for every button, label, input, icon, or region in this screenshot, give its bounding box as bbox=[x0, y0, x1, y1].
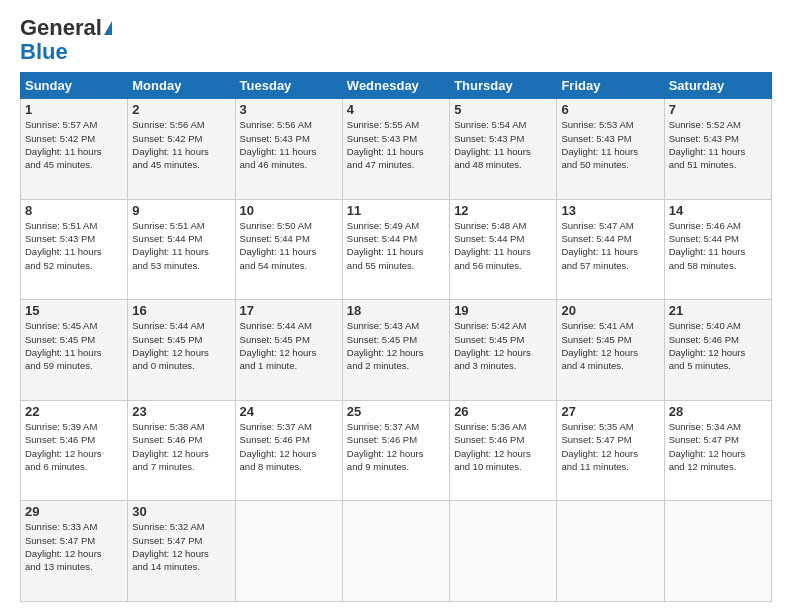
day-info: Sunrise: 5:44 AM Sunset: 5:45 PM Dayligh… bbox=[240, 319, 338, 372]
calendar-day-cell: 6Sunrise: 5:53 AM Sunset: 5:43 PM Daylig… bbox=[557, 99, 664, 200]
calendar-week-row: 22Sunrise: 5:39 AM Sunset: 5:46 PM Dayli… bbox=[21, 400, 772, 501]
calendar-day-cell: 25Sunrise: 5:37 AM Sunset: 5:46 PM Dayli… bbox=[342, 400, 449, 501]
calendar-day-cell: 10Sunrise: 5:50 AM Sunset: 5:44 PM Dayli… bbox=[235, 199, 342, 300]
calendar-day-cell bbox=[342, 501, 449, 602]
weekday-header: Saturday bbox=[664, 73, 771, 99]
calendar-day-cell: 27Sunrise: 5:35 AM Sunset: 5:47 PM Dayli… bbox=[557, 400, 664, 501]
day-number: 29 bbox=[25, 504, 123, 519]
weekday-header: Sunday bbox=[21, 73, 128, 99]
calendar-day-cell: 23Sunrise: 5:38 AM Sunset: 5:46 PM Dayli… bbox=[128, 400, 235, 501]
day-number: 25 bbox=[347, 404, 445, 419]
day-number: 17 bbox=[240, 303, 338, 318]
day-info: Sunrise: 5:32 AM Sunset: 5:47 PM Dayligh… bbox=[132, 520, 230, 573]
calendar-day-cell bbox=[235, 501, 342, 602]
logo-text: General bbox=[20, 16, 112, 40]
calendar-day-cell: 28Sunrise: 5:34 AM Sunset: 5:47 PM Dayli… bbox=[664, 400, 771, 501]
weekday-header: Wednesday bbox=[342, 73, 449, 99]
calendar-table: SundayMondayTuesdayWednesdayThursdayFrid… bbox=[20, 72, 772, 602]
day-number: 26 bbox=[454, 404, 552, 419]
day-number: 11 bbox=[347, 203, 445, 218]
day-number: 27 bbox=[561, 404, 659, 419]
day-info: Sunrise: 5:42 AM Sunset: 5:45 PM Dayligh… bbox=[454, 319, 552, 372]
calendar-day-cell: 14Sunrise: 5:46 AM Sunset: 5:44 PM Dayli… bbox=[664, 199, 771, 300]
day-number: 5 bbox=[454, 102, 552, 117]
calendar-header-row: SundayMondayTuesdayWednesdayThursdayFrid… bbox=[21, 73, 772, 99]
day-number: 21 bbox=[669, 303, 767, 318]
day-info: Sunrise: 5:34 AM Sunset: 5:47 PM Dayligh… bbox=[669, 420, 767, 473]
calendar-day-cell bbox=[450, 501, 557, 602]
calendar-day-cell: 1Sunrise: 5:57 AM Sunset: 5:42 PM Daylig… bbox=[21, 99, 128, 200]
day-info: Sunrise: 5:48 AM Sunset: 5:44 PM Dayligh… bbox=[454, 219, 552, 272]
day-info: Sunrise: 5:51 AM Sunset: 5:44 PM Dayligh… bbox=[132, 219, 230, 272]
day-info: Sunrise: 5:43 AM Sunset: 5:45 PM Dayligh… bbox=[347, 319, 445, 372]
day-number: 3 bbox=[240, 102, 338, 117]
calendar-day-cell: 7Sunrise: 5:52 AM Sunset: 5:43 PM Daylig… bbox=[664, 99, 771, 200]
day-number: 12 bbox=[454, 203, 552, 218]
day-info: Sunrise: 5:45 AM Sunset: 5:45 PM Dayligh… bbox=[25, 319, 123, 372]
calendar-day-cell: 24Sunrise: 5:37 AM Sunset: 5:46 PM Dayli… bbox=[235, 400, 342, 501]
day-number: 14 bbox=[669, 203, 767, 218]
day-info: Sunrise: 5:46 AM Sunset: 5:44 PM Dayligh… bbox=[669, 219, 767, 272]
day-number: 2 bbox=[132, 102, 230, 117]
day-number: 6 bbox=[561, 102, 659, 117]
day-info: Sunrise: 5:49 AM Sunset: 5:44 PM Dayligh… bbox=[347, 219, 445, 272]
day-info: Sunrise: 5:56 AM Sunset: 5:43 PM Dayligh… bbox=[240, 118, 338, 171]
day-number: 24 bbox=[240, 404, 338, 419]
calendar-day-cell: 13Sunrise: 5:47 AM Sunset: 5:44 PM Dayli… bbox=[557, 199, 664, 300]
calendar-week-row: 15Sunrise: 5:45 AM Sunset: 5:45 PM Dayli… bbox=[21, 300, 772, 401]
day-info: Sunrise: 5:35 AM Sunset: 5:47 PM Dayligh… bbox=[561, 420, 659, 473]
day-number: 10 bbox=[240, 203, 338, 218]
calendar-day-cell: 29Sunrise: 5:33 AM Sunset: 5:47 PM Dayli… bbox=[21, 501, 128, 602]
calendar-week-row: 1Sunrise: 5:57 AM Sunset: 5:42 PM Daylig… bbox=[21, 99, 772, 200]
page: General Blue SundayMondayTuesdayWednesda… bbox=[0, 0, 792, 612]
day-info: Sunrise: 5:50 AM Sunset: 5:44 PM Dayligh… bbox=[240, 219, 338, 272]
day-number: 20 bbox=[561, 303, 659, 318]
day-info: Sunrise: 5:36 AM Sunset: 5:46 PM Dayligh… bbox=[454, 420, 552, 473]
day-info: Sunrise: 5:54 AM Sunset: 5:43 PM Dayligh… bbox=[454, 118, 552, 171]
calendar-day-cell: 3Sunrise: 5:56 AM Sunset: 5:43 PM Daylig… bbox=[235, 99, 342, 200]
calendar-day-cell: 20Sunrise: 5:41 AM Sunset: 5:45 PM Dayli… bbox=[557, 300, 664, 401]
weekday-header: Friday bbox=[557, 73, 664, 99]
calendar-day-cell: 8Sunrise: 5:51 AM Sunset: 5:43 PM Daylig… bbox=[21, 199, 128, 300]
day-info: Sunrise: 5:57 AM Sunset: 5:42 PM Dayligh… bbox=[25, 118, 123, 171]
day-info: Sunrise: 5:37 AM Sunset: 5:46 PM Dayligh… bbox=[240, 420, 338, 473]
logo-blue: Blue bbox=[20, 40, 68, 64]
day-number: 1 bbox=[25, 102, 123, 117]
day-number: 13 bbox=[561, 203, 659, 218]
day-number: 23 bbox=[132, 404, 230, 419]
day-number: 28 bbox=[669, 404, 767, 419]
calendar-day-cell: 21Sunrise: 5:40 AM Sunset: 5:46 PM Dayli… bbox=[664, 300, 771, 401]
day-info: Sunrise: 5:40 AM Sunset: 5:46 PM Dayligh… bbox=[669, 319, 767, 372]
calendar-day-cell: 5Sunrise: 5:54 AM Sunset: 5:43 PM Daylig… bbox=[450, 99, 557, 200]
day-number: 4 bbox=[347, 102, 445, 117]
day-info: Sunrise: 5:51 AM Sunset: 5:43 PM Dayligh… bbox=[25, 219, 123, 272]
calendar-day-cell bbox=[664, 501, 771, 602]
day-number: 18 bbox=[347, 303, 445, 318]
day-number: 8 bbox=[25, 203, 123, 218]
day-info: Sunrise: 5:44 AM Sunset: 5:45 PM Dayligh… bbox=[132, 319, 230, 372]
day-number: 15 bbox=[25, 303, 123, 318]
calendar-day-cell: 9Sunrise: 5:51 AM Sunset: 5:44 PM Daylig… bbox=[128, 199, 235, 300]
calendar-week-row: 8Sunrise: 5:51 AM Sunset: 5:43 PM Daylig… bbox=[21, 199, 772, 300]
day-info: Sunrise: 5:55 AM Sunset: 5:43 PM Dayligh… bbox=[347, 118, 445, 171]
weekday-header: Thursday bbox=[450, 73, 557, 99]
weekday-header: Tuesday bbox=[235, 73, 342, 99]
calendar-day-cell: 11Sunrise: 5:49 AM Sunset: 5:44 PM Dayli… bbox=[342, 199, 449, 300]
logo: General Blue bbox=[20, 16, 112, 64]
day-number: 19 bbox=[454, 303, 552, 318]
calendar-day-cell: 12Sunrise: 5:48 AM Sunset: 5:44 PM Dayli… bbox=[450, 199, 557, 300]
calendar-day-cell: 2Sunrise: 5:56 AM Sunset: 5:42 PM Daylig… bbox=[128, 99, 235, 200]
calendar-day-cell: 30Sunrise: 5:32 AM Sunset: 5:47 PM Dayli… bbox=[128, 501, 235, 602]
day-info: Sunrise: 5:38 AM Sunset: 5:46 PM Dayligh… bbox=[132, 420, 230, 473]
day-info: Sunrise: 5:56 AM Sunset: 5:42 PM Dayligh… bbox=[132, 118, 230, 171]
day-number: 30 bbox=[132, 504, 230, 519]
day-info: Sunrise: 5:47 AM Sunset: 5:44 PM Dayligh… bbox=[561, 219, 659, 272]
calendar-week-row: 29Sunrise: 5:33 AM Sunset: 5:47 PM Dayli… bbox=[21, 501, 772, 602]
day-info: Sunrise: 5:39 AM Sunset: 5:46 PM Dayligh… bbox=[25, 420, 123, 473]
logo-triangle-icon bbox=[104, 21, 112, 35]
day-info: Sunrise: 5:53 AM Sunset: 5:43 PM Dayligh… bbox=[561, 118, 659, 171]
weekday-header: Monday bbox=[128, 73, 235, 99]
day-number: 22 bbox=[25, 404, 123, 419]
calendar-day-cell: 18Sunrise: 5:43 AM Sunset: 5:45 PM Dayli… bbox=[342, 300, 449, 401]
day-info: Sunrise: 5:33 AM Sunset: 5:47 PM Dayligh… bbox=[25, 520, 123, 573]
